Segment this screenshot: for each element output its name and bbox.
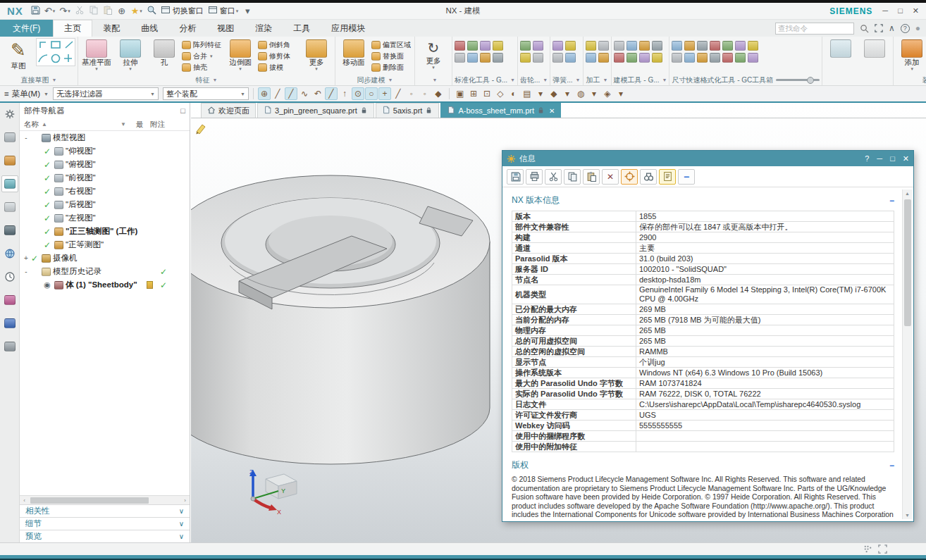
view-tool-icon-7[interactable]: ▾	[534, 87, 547, 100]
tool-icon[interactable]	[586, 53, 596, 63]
paste-button[interactable]	[583, 169, 600, 185]
view-tool-icon-10[interactable]: ◍	[574, 87, 587, 100]
file-menu-button[interactable]: 文件(F)	[0, 20, 53, 37]
snap-point-icon-13[interactable]: ◦	[419, 87, 431, 100]
tool-icon[interactable]	[684, 41, 695, 51]
ribbon-group-label[interactable]: 尺寸快速格式化工具 - GC工具箱	[672, 75, 820, 85]
tool-icon[interactable]	[520, 53, 531, 63]
snap-point-icon-14[interactable]: ◆	[432, 87, 445, 100]
ribbon-button-small[interactable]: 抽壳	[182, 62, 223, 73]
checkmark-icon[interactable]: ✓	[42, 160, 52, 170]
tool-icon[interactable]	[467, 41, 478, 51]
constraint-navigator-icon[interactable]	[1, 152, 18, 169]
info-content[interactable]: NX 版本信息 − 版本1855部件文件兼容性保存的部件可以在 1847 或更高…	[503, 188, 913, 521]
view-tool-icon-1[interactable]: ▣	[454, 87, 467, 100]
view-tool-icon-5[interactable]: ◐	[507, 87, 520, 100]
view-tool-icon-2[interactable]: ⊞	[467, 87, 480, 100]
tree-item-8[interactable]: ✓"正三轴测图" (工作)	[20, 225, 190, 238]
collapse-copyright-icon[interactable]: −	[889, 461, 894, 471]
tool-icon[interactable]	[614, 41, 624, 51]
tree-item-1[interactable]: -模型视图	[20, 131, 190, 144]
tool-icon[interactable]	[598, 41, 609, 51]
tool-icon[interactable]	[626, 41, 637, 51]
ribbon-button-large[interactable]: 添加▾	[896, 38, 926, 71]
tree-column-headers[interactable]: 名称 ▲ ▼ 最 附注	[20, 118, 190, 131]
ribbon-button-small[interactable]: 拔模	[258, 62, 299, 73]
window-menu-button[interactable]: 窗口▾	[206, 5, 240, 18]
tool-icon[interactable]	[684, 53, 695, 63]
snap-point-icon-2[interactable]: ╱	[271, 87, 284, 100]
tool-icon[interactable]	[493, 53, 503, 63]
expander-icon[interactable]: -	[23, 134, 30, 142]
assembly-navigator-icon[interactable]	[1, 129, 18, 146]
fullscreen-icon[interactable]	[875, 24, 883, 32]
command-search-input[interactable]	[775, 23, 854, 35]
tree-item-12[interactable]: ◉体 (1) "Sheetbody"✓	[20, 278, 190, 292]
minimize-ribbon-icon[interactable]: ∧	[889, 23, 895, 33]
tool-icon[interactable]	[748, 41, 758, 51]
document-tab-4[interactable]: A-boss_sheet_mm.prt✕	[440, 103, 561, 118]
tool-icon[interactable]	[652, 41, 662, 51]
ribbon-tab-2[interactable]: 装配	[92, 20, 130, 37]
switch-window-button[interactable]: 切换窗口	[159, 5, 205, 18]
tool-icon[interactable]	[639, 41, 650, 51]
close-tab-icon[interactable]: ✕	[549, 107, 555, 115]
tool-icon[interactable]	[598, 53, 609, 63]
snap-point-icon-10[interactable]: +	[378, 87, 391, 100]
maximize-window-button[interactable]: □	[898, 6, 903, 15]
tree-item-3[interactable]: ✓"俯视图"	[20, 158, 190, 171]
tool-icon[interactable]	[493, 41, 503, 51]
favorites-button[interactable]: ★▾	[130, 5, 144, 18]
snap-point-icon-1[interactable]: ⊕	[258, 87, 271, 100]
snap-point-icon-7[interactable]: ↑	[338, 87, 351, 100]
tree-item-6[interactable]: ✓"后视图"	[20, 198, 190, 211]
ribbon-button-large[interactable]: 孔	[148, 38, 180, 66]
command-finder-button[interactable]	[145, 5, 158, 18]
tool-icon[interactable]	[614, 53, 624, 63]
snap-point-icon-3[interactable]: ╱	[285, 87, 297, 100]
tree-item-5[interactable]: ✓"右视图"	[20, 185, 190, 198]
print-button[interactable]	[526, 169, 543, 185]
ribbon-group-label[interactable]	[825, 75, 891, 85]
tool-icon[interactable]	[639, 53, 650, 63]
visibility-eye-icon[interactable]: ◉	[42, 280, 52, 290]
checkmark-icon[interactable]: ✓	[42, 240, 52, 250]
collapse-all-button[interactable]: −	[678, 169, 695, 185]
window-grid-icon[interactable]	[863, 545, 872, 556]
view-tool-icon-9[interactable]: ▾	[561, 87, 574, 100]
delete-button[interactable]: ✕	[602, 169, 619, 185]
view-tool-icon-11[interactable]: ▾	[588, 87, 600, 100]
checkmark-icon[interactable]: ✓	[42, 187, 52, 197]
info-vertical-scrollbar[interactable]: ▲▼	[902, 189, 912, 519]
checkmark-icon[interactable]: ✓	[42, 147, 52, 156]
snap-point-icon-4[interactable]: ∿	[298, 87, 311, 100]
sketch-shapes-palette[interactable]	[36, 38, 75, 68]
tool-icon[interactable]	[480, 41, 490, 51]
tool-icon[interactable]	[565, 41, 576, 51]
navigator-section-1[interactable]: 相关性∨	[20, 504, 190, 517]
checkmark-icon[interactable]: ✓	[42, 227, 52, 237]
tree-horizontal-scrollbar[interactable]: ‹ ›	[20, 495, 190, 504]
snap-point-icon-6[interactable]: ╱	[325, 87, 338, 100]
tree-item-2[interactable]: ✓"仰视图"	[20, 144, 190, 158]
save-button[interactable]	[29, 5, 42, 18]
history-icon[interactable]	[1, 268, 18, 285]
tool-icon[interactable]	[586, 41, 596, 51]
selection-scope-dropdown[interactable]: 整个装配▼	[163, 87, 249, 100]
tool-icon[interactable]	[748, 53, 758, 63]
info-close-button[interactable]: ✕	[903, 154, 909, 163]
manage-icon[interactable]	[1, 315, 18, 332]
tool-icon[interactable]	[697, 53, 708, 63]
ribbon-button-large[interactable]: 移动面	[338, 38, 370, 66]
tree-item-4[interactable]: ✓"前视图"	[20, 171, 190, 185]
gc-toolbox-slider[interactable]	[776, 79, 820, 81]
tool-icon[interactable]	[480, 53, 490, 63]
ribbon-button-large[interactable]: ↻更多▾	[417, 38, 450, 70]
ribbon-tab-7[interactable]: 工具	[283, 20, 321, 37]
ribbon-tab-6[interactable]: 渲染	[245, 20, 283, 37]
hd3d-tools-icon[interactable]	[1, 222, 18, 239]
ribbon-button-small[interactable]: 倒斜角	[258, 39, 299, 51]
expander-icon[interactable]: +	[23, 254, 30, 262]
document-tab-1[interactable]: 欢迎页面	[201, 103, 256, 118]
navigator-section-3[interactable]: 预览∨	[20, 530, 190, 542]
